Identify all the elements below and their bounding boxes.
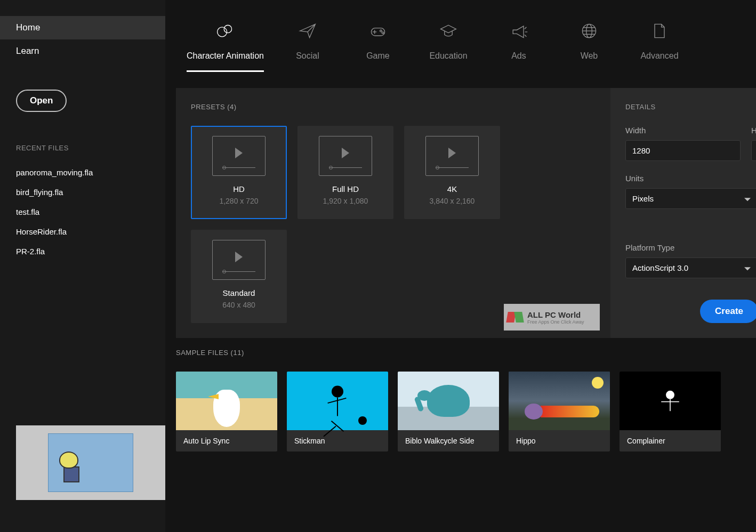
sample-thumbnail [509, 372, 610, 430]
sample-thumbnail [398, 372, 499, 430]
document-icon [650, 21, 669, 41]
tab-game[interactable]: Game [351, 21, 405, 72]
svg-point-5 [380, 30, 382, 32]
character-icon [215, 21, 235, 41]
tab-ads[interactable]: Ads [492, 21, 545, 72]
tab-label: Web [581, 51, 598, 61]
app-root: HomeLearn Open RECENT FILES panoroma_mov… [0, 0, 756, 532]
width-input[interactable] [625, 140, 741, 161]
preset-dimensions: 1,280 x 720 [219, 197, 258, 205]
details-header: DETAILS [625, 103, 756, 111]
watermark-title: ALL PC World [527, 310, 584, 319]
presets-panel: PRESETS (4) HD1,280 x 720Full HD1,920 x … [176, 88, 610, 338]
preset-card-standard[interactable]: Standard640 x 480 [191, 230, 287, 323]
tab-label: Education [429, 51, 467, 61]
sample-label: Biblo Walkcycle Side [398, 430, 499, 452]
sample-card-biblo-walkcycle-side[interactable]: Biblo Walkcycle Side [398, 372, 499, 452]
paper-plane-icon [298, 21, 317, 41]
sample-label: Stickman [287, 430, 388, 452]
recent-file-item[interactable]: test.fla [0, 202, 165, 222]
platform-label: Platform Type [625, 243, 756, 252]
preset-dimensions: 1,920 x 1,080 [323, 197, 368, 205]
category-tabs: Character AnimationSocialGameEducationAd… [176, 21, 756, 72]
tab-web[interactable]: Web [562, 21, 616, 72]
sample-files-header: SAMPLE FILES (11) [176, 349, 756, 357]
graduation-cap-icon [439, 21, 458, 41]
watermark-icon [507, 312, 523, 323]
watermark-sub: Free Apps One Click Away [527, 319, 584, 325]
sample-card-hippo[interactable]: Hippo [509, 372, 610, 452]
recent-thumbnail[interactable] [16, 425, 165, 500]
globe-icon [580, 21, 599, 41]
preset-title: HD [233, 184, 245, 194]
megaphone-icon [509, 21, 528, 41]
gamepad-icon [368, 21, 388, 41]
units-label: Units [625, 174, 756, 183]
sample-label: Hippo [509, 430, 610, 452]
tab-social[interactable]: Social [281, 21, 334, 72]
preset-card-hd[interactable]: HD1,280 x 720 [191, 126, 287, 219]
preset-card-full-hd[interactable]: Full HD1,920 x 1,080 [297, 126, 393, 219]
main-panel: Character AnimationSocialGameEducationAd… [165, 0, 756, 532]
preset-dimensions: 3,840 x 2,160 [430, 197, 475, 205]
create-button[interactable]: Create [700, 300, 756, 323]
tab-education[interactable]: Education [422, 21, 475, 72]
tab-label: Advanced [640, 51, 678, 61]
sample-card-complainer[interactable]: Complainer [620, 372, 721, 452]
sample-thumbnail [287, 372, 388, 430]
sample-card-stickman[interactable]: Stickman [287, 372, 388, 452]
recent-file-item[interactable]: HorseRider.fla [0, 222, 165, 241]
preset-title: Full HD [332, 184, 359, 194]
video-preset-icon [212, 136, 266, 176]
recent-files-list: panoroma_moving.flabird_flying.flatest.f… [0, 163, 165, 261]
height-label: Height [751, 126, 756, 135]
svg-point-6 [382, 32, 384, 34]
watermark: ALL PC World Free Apps One Click Away [504, 304, 600, 331]
preset-grid: HD1,280 x 720Full HD1,920 x 1,0804K3,840… [191, 126, 596, 323]
nav-item-learn[interactable]: Learn [0, 39, 165, 63]
details-panel: DETAILS Width Height Units Pixels [610, 88, 756, 338]
tab-label: Game [366, 51, 390, 61]
height-input[interactable] [751, 140, 756, 161]
preset-title: Standard [223, 288, 255, 297]
sample-label: Complainer [620, 430, 721, 452]
tab-character-animation[interactable]: Character Animation [187, 21, 264, 72]
tab-label: Character Animation [187, 51, 264, 61]
nav-item-home[interactable]: Home [0, 16, 165, 39]
open-button[interactable]: Open [16, 90, 67, 112]
units-select[interactable]: Pixels [625, 188, 756, 209]
preset-title: 4K [447, 184, 457, 194]
recent-file-item[interactable]: PR-2.fla [0, 241, 165, 261]
sample-files-section: SAMPLE FILES (11) Auto Lip SyncStickmanB… [176, 349, 756, 452]
video-preset-icon [212, 240, 266, 280]
tab-label: Social [296, 51, 319, 61]
sidebar-nav: HomeLearn [0, 16, 165, 63]
video-preset-icon [319, 136, 372, 176]
recent-file-item[interactable]: panoroma_moving.fla [0, 163, 165, 182]
content-row: PRESETS (4) HD1,280 x 720Full HD1,920 x … [176, 88, 756, 338]
preset-dimensions: 640 x 480 [222, 301, 255, 309]
preset-card-4k[interactable]: 4K3,840 x 2,160 [404, 126, 500, 219]
recent-file-item[interactable]: bird_flying.fla [0, 182, 165, 202]
sample-card-auto-lip-sync[interactable]: Auto Lip Sync [176, 372, 277, 452]
sidebar: HomeLearn Open RECENT FILES panoroma_mov… [0, 0, 165, 532]
sample-thumbnail [620, 372, 721, 430]
video-preset-icon [425, 136, 479, 176]
width-label: Width [625, 126, 741, 135]
sample-files-row: Auto Lip SyncStickmanBiblo Walkcycle Sid… [176, 372, 756, 452]
tab-advanced[interactable]: Advanced [633, 21, 686, 72]
presets-header: PRESETS (4) [191, 103, 596, 111]
platform-select[interactable]: ActionScript 3.0 [625, 257, 756, 278]
sample-label: Auto Lip Sync [176, 430, 277, 452]
tab-label: Ads [511, 51, 526, 61]
recent-files-header: RECENT FILES [16, 144, 149, 152]
svg-point-1 [224, 25, 232, 33]
sample-thumbnail [176, 372, 277, 430]
